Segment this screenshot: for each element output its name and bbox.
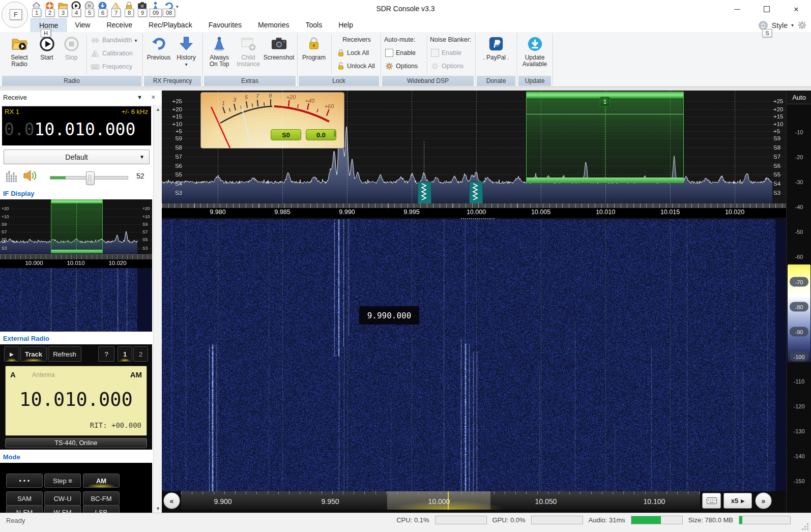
- ribbon-group-radio: Select Radio Start Stop: [2, 32, 141, 86]
- automute-options-button[interactable]: Options: [385, 62, 418, 70]
- interference-marker[interactable]: [418, 182, 431, 204]
- mode-button-am[interactable]: AM: [83, 474, 120, 488]
- gpu-usage-bar: [531, 516, 583, 524]
- style-menu[interactable]: Style: [772, 21, 788, 29]
- vfo-label: A: [10, 370, 16, 379]
- panel-menu-icon[interactable]: ▼: [137, 94, 142, 100]
- settings-gear-icon[interactable]: [797, 20, 807, 30]
- mode-button-n-fm[interactable]: N-FM: [6, 505, 43, 513]
- mode-button-step-[interactable]: Step ≡: [44, 474, 81, 488]
- group-label-lock: Lock: [299, 76, 379, 86]
- er-radio1-button[interactable]: 1: [118, 346, 132, 362]
- db-scale-label: -30: [787, 179, 811, 185]
- select-radio-button[interactable]: Select Radio: [5, 35, 34, 68]
- if-display-title: IF Display: [3, 190, 34, 197]
- interference-marker[interactable]: [469, 182, 483, 204]
- zoom-level-button[interactable]: x5 ▶: [723, 493, 752, 509]
- external-radio-section: ► Track Refresh ? 1 2 A Antenna AM 10.01…: [0, 344, 152, 450]
- mode-button-cw-u[interactable]: CW-U: [44, 491, 81, 506]
- previous-icon: [151, 35, 167, 53]
- preset-dropdown[interactable]: Default ▼: [4, 150, 150, 164]
- panel-scrollbar[interactable]: ▲ ▼: [153, 105, 162, 513]
- band-frequency-strip[interactable]: 9.9009.95010.00010.05010.100: [181, 491, 700, 510]
- mode-button-w-fm[interactable]: W-FM: [44, 505, 81, 513]
- band-scroll-left-button[interactable]: «: [163, 492, 180, 509]
- selection-bottom-bar[interactable]: [527, 178, 683, 183]
- noise-blanker-enable-checkbox[interactable]: Enable: [431, 49, 461, 57]
- noise-blanker-options-button[interactable]: Options: [431, 62, 464, 70]
- if-filter-bottom-bar: [51, 250, 102, 253]
- band-scroll-right-button[interactable]: »: [755, 492, 772, 509]
- cpu-usage-bar: [435, 516, 487, 524]
- er-play-button[interactable]: ►: [4, 346, 19, 362]
- tab-receive[interactable]: Receive: [98, 18, 140, 32]
- snr-unit-label: SNR: [333, 130, 336, 137]
- auto-range-button[interactable]: Auto: [787, 91, 811, 104]
- if-filter-selection[interactable]: [51, 199, 103, 253]
- mode-button--[interactable]: • • •: [6, 474, 43, 488]
- keytip: 08: [163, 9, 175, 17]
- er-help-button[interactable]: ?: [98, 346, 114, 362]
- panel-close-icon[interactable]: ✕: [151, 94, 156, 101]
- app-menu-button[interactable]: F: [2, 2, 28, 28]
- bandwidth-button[interactable]: Bandwidth ▾: [91, 37, 137, 44]
- er-refresh-button[interactable]: Refresh: [48, 346, 81, 362]
- volume-slider-handle[interactable]: [86, 171, 95, 185]
- child-instance-button[interactable]: Child Instance: [234, 35, 263, 68]
- keyboard-entry-button[interactable]: [702, 493, 721, 509]
- band-ticks: [181, 491, 700, 494]
- if-spectrum[interactable]: +20+20+10+10S9S9S7S7S5S5S3S3: [0, 199, 152, 254]
- waterfall[interactable]: [162, 219, 786, 491]
- er-track-button[interactable]: Track: [20, 346, 47, 362]
- tab-view[interactable]: View: [67, 18, 98, 32]
- scroll-up-icon[interactable]: ▲: [156, 107, 160, 112]
- receiver-selection-region[interactable]: 1: [526, 92, 684, 183]
- mode-button-sam[interactable]: SAM: [6, 491, 43, 506]
- tab-help[interactable]: Help: [330, 18, 361, 32]
- tab-rec-playback[interactable]: Rec/Playback: [140, 18, 200, 32]
- stop-button[interactable]: Stop: [60, 35, 82, 61]
- band-frequency-label: 10.100: [644, 497, 665, 506]
- meter-scale-label: 3: [233, 97, 236, 103]
- er-radio2-button[interactable]: 2: [133, 346, 148, 362]
- history-button[interactable]: History ▾: [173, 35, 199, 68]
- lock-closed-icon: [337, 49, 344, 57]
- lock-all-button[interactable]: Lock All: [337, 49, 369, 57]
- rx-frequency-display[interactable]: RX 1 +/- 6 kHz 0.010.010.000: [2, 106, 151, 145]
- volume-slider[interactable]: [50, 176, 128, 180]
- update-available-button[interactable]: Update Available: [519, 35, 551, 68]
- close-button[interactable]: ✕: [781, 0, 811, 18]
- tab-memories[interactable]: Memories: [250, 18, 297, 32]
- lock-all-label: Lock All: [347, 49, 369, 56]
- if-grid-line: [76, 268, 76, 332]
- lock-program-button[interactable]: Program: [301, 35, 327, 61]
- speaker-icon[interactable]: [23, 169, 37, 183]
- resize-grip[interactable]: [802, 523, 808, 530]
- mode-button-lsb[interactable]: LSB: [83, 505, 120, 513]
- meter-scale-label: 1: [222, 100, 225, 106]
- antenna-label: Antenna: [32, 371, 55, 378]
- screenshot-button[interactable]: Screenshot: [263, 35, 295, 61]
- scroll-down-icon[interactable]: ▼: [156, 506, 160, 511]
- child-instance-label: Child Instance: [234, 54, 263, 68]
- if-waterfall[interactable]: [0, 268, 152, 332]
- start-button[interactable]: Start: [36, 35, 58, 61]
- maximize-button[interactable]: [752, 0, 781, 18]
- unlock-all-button[interactable]: Unlock All: [337, 62, 375, 70]
- mode-button-bc-fm[interactable]: BC-FM: [83, 491, 120, 506]
- calibration-button[interactable]: Calibration: [91, 50, 133, 57]
- chevron-down-icon[interactable]: ▾: [791, 22, 794, 28]
- tab-tools[interactable]: Tools: [297, 18, 330, 32]
- spectrum-x-label: 9.995: [403, 209, 419, 216]
- frequency-button[interactable]: Frequency: [91, 63, 132, 70]
- minimize-button[interactable]: [722, 0, 752, 18]
- automute-enable-checkbox[interactable]: Enable: [385, 49, 416, 57]
- spectrum-frequency-labels[interactable]: 9.9809.9859.9909.99510.00010.00510.01010…: [162, 208, 786, 218]
- tab-favourites[interactable]: Favourites: [200, 18, 250, 32]
- previous-button[interactable]: Previous: [145, 35, 172, 61]
- paypal-button[interactable]: . PayPal .: [478, 35, 514, 61]
- maximize-icon: [764, 6, 770, 12]
- always-on-top-button[interactable]: Always On Top: [205, 35, 234, 68]
- bandwidth-icon: [91, 37, 100, 44]
- equalizer-icon[interactable]: [6, 170, 17, 183]
